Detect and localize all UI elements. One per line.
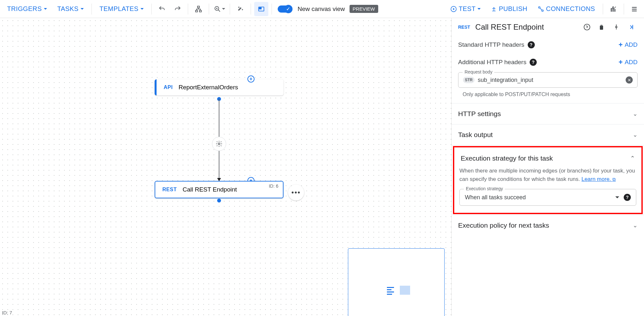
chevron-down-icon xyxy=(140,8,144,10)
svg-rect-11 xyxy=(632,10,637,11)
publish-button[interactable]: PUBLISH xyxy=(486,3,532,15)
play-icon xyxy=(450,6,457,12)
exec-strategy-toggle[interactable]: Execution strategy for this task⌃ xyxy=(459,153,636,165)
layout-button[interactable] xyxy=(191,2,206,16)
top-toolbar: TRIGGERS TASKS TEMPLATES ✓ New canvas vi… xyxy=(0,0,644,18)
additional-headers-row: Additional HTTP headers? +ADD xyxy=(452,54,644,71)
addl-headers-label: Additional HTTP headers xyxy=(458,59,526,66)
http-settings-toggle[interactable]: HTTP settings⌄ xyxy=(452,104,644,124)
select-value: When all tasks succeed xyxy=(465,194,615,201)
chevron-down-icon xyxy=(222,8,225,10)
separator xyxy=(91,4,92,15)
upload-icon xyxy=(491,6,497,12)
minimap-content xyxy=(387,286,410,295)
select-legend: Execution strategy xyxy=(464,186,505,191)
execution-strategy-select[interactable]: When all tasks succeed ? xyxy=(459,189,636,206)
node-more-button[interactable]: ••• xyxy=(288,184,304,201)
footer-id: ID: 7 xyxy=(2,310,12,315)
http-settings-section: HTTP settings⌄ xyxy=(452,103,644,124)
chevron-down-icon xyxy=(44,8,47,10)
std-headers-label: Standard HTTP headers xyxy=(458,41,524,48)
panel-header: REST Call REST Endpoint xyxy=(452,18,644,36)
gear-icon xyxy=(216,140,223,147)
connector-dot[interactable] xyxy=(217,199,221,202)
test-button[interactable]: TEST xyxy=(446,3,485,15)
request-body-value: sub_integration_input xyxy=(478,77,622,84)
separator xyxy=(151,4,152,15)
minimap[interactable] xyxy=(348,248,445,316)
pin-button[interactable] xyxy=(613,24,623,30)
chevron-up-icon: ⌃ xyxy=(630,155,635,162)
field-legend: Request body xyxy=(463,69,494,74)
type-chip: STR xyxy=(463,77,475,83)
undo-button[interactable] xyxy=(155,2,169,16)
request-body-field: Request body STR sub_integration_input ✕ xyxy=(458,72,638,88)
separator xyxy=(251,4,251,15)
check-icon: ✓ xyxy=(284,5,293,13)
node-api-trigger[interactable]: API ReportExternalOrders xyxy=(155,79,284,95)
help-icon[interactable]: ? xyxy=(528,41,535,48)
templates-menu[interactable]: TEMPLATES xyxy=(95,3,148,15)
request-body-hint: Only applicable to POST/PUT/PATCH reques… xyxy=(452,89,644,103)
canvas-toggle-label: New canvas view xyxy=(298,5,345,13)
separator xyxy=(188,4,188,15)
add-std-header-button[interactable]: +ADD xyxy=(619,41,638,49)
edge-settings-button[interactable] xyxy=(212,137,226,151)
exec-strategy-section: Execution strategy for this task⌃ When t… xyxy=(452,145,644,214)
chevron-down-icon: ⌄ xyxy=(633,110,638,117)
help-icon[interactable]: ? xyxy=(530,59,537,66)
node-label: ReportExternalOrders xyxy=(178,84,238,91)
node-rest-endpoint[interactable]: REST Call REST Endpoint ID: 6 xyxy=(155,181,284,198)
canvas-view-toggle[interactable]: ✓ xyxy=(278,5,292,13)
svg-rect-1 xyxy=(196,10,197,12)
external-link-icon: ⧉ xyxy=(612,177,616,182)
separator xyxy=(603,4,603,15)
menu-button[interactable] xyxy=(627,2,641,16)
triggers-menu[interactable]: TRIGGERS xyxy=(3,3,52,15)
chevron-down-icon: ⌄ xyxy=(633,222,638,229)
node-tag: API xyxy=(164,84,173,90)
panel-toggle-button[interactable] xyxy=(254,2,268,16)
connections-icon xyxy=(538,6,544,12)
svg-point-12 xyxy=(218,143,220,145)
collapse-panel-button[interactable] xyxy=(628,24,638,30)
task-output-toggle[interactable]: Task output⌄ xyxy=(452,124,644,145)
task-output-section: Task output⌄ xyxy=(452,124,644,145)
node-label: Call REST Endpoint xyxy=(183,186,237,193)
svg-rect-5 xyxy=(259,7,261,9)
redo-button[interactable] xyxy=(170,2,185,16)
preview-badge: PREVIEW xyxy=(350,5,378,13)
request-body-input[interactable]: STR sub_integration_input ✕ xyxy=(458,72,638,88)
separator xyxy=(272,4,272,15)
properties-panel: REST Call REST Endpoint Standard HTTP he… xyxy=(451,18,644,316)
exec-policy-toggle[interactable]: Execution policy for next tasks⌄ xyxy=(452,215,644,236)
connections-button[interactable]: CONNECTIONS xyxy=(533,3,600,15)
highlighted-section: Execution strategy for this task⌃ When t… xyxy=(453,146,643,214)
stats-button[interactable] xyxy=(606,2,620,16)
node-tag: REST xyxy=(162,187,177,193)
zoom-button[interactable] xyxy=(212,2,226,16)
separator xyxy=(624,4,624,15)
exec-strategy-desc: When there are multiple incoming edges (… xyxy=(459,167,636,183)
add-addl-header-button[interactable]: +ADD xyxy=(619,58,638,66)
svg-rect-0 xyxy=(197,6,199,8)
chevron-down-icon xyxy=(477,8,481,10)
clear-button[interactable]: ✕ xyxy=(626,76,633,84)
help-button[interactable] xyxy=(583,24,593,31)
separator xyxy=(230,4,230,15)
delete-button[interactable] xyxy=(598,24,608,30)
panel-tag: REST xyxy=(458,25,470,30)
tasks-menu[interactable]: TASKS xyxy=(53,3,88,15)
magic-wand-button[interactable] xyxy=(233,2,247,16)
learn-more-link[interactable]: Learn more. ⧉ xyxy=(582,176,616,182)
chevron-down-icon xyxy=(81,8,84,10)
svg-rect-10 xyxy=(632,9,637,10)
exec-policy-section: Execution policy for next tasks⌄ xyxy=(452,215,644,236)
standard-headers-row: Standard HTTP headers? +ADD xyxy=(452,36,644,54)
panel-title: Call REST Endpoint xyxy=(475,23,578,32)
add-node-button[interactable]: + xyxy=(247,75,255,83)
help-icon[interactable]: ? xyxy=(624,194,631,201)
chevron-down-icon xyxy=(615,196,619,198)
svg-rect-2 xyxy=(199,10,201,12)
svg-rect-9 xyxy=(632,7,637,8)
